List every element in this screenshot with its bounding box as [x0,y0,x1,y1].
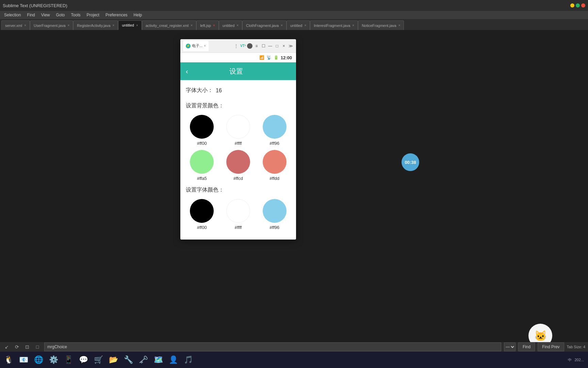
color-circle-white[interactable] [226,115,250,139]
taskbar-icon-9[interactable]: 🗝️ [136,353,150,367]
color-circle-lightblue[interactable] [263,115,287,139]
find-button[interactable]: Find [518,342,535,351]
menu-preferences[interactable]: Preferences [103,12,130,18]
tab-label: left.jsp [200,24,211,28]
search-input[interactable] [44,342,501,351]
menu-find[interactable]: Find [24,12,37,18]
taskbar-icon-1[interactable]: 📧 [16,353,31,367]
taskbar-icon-4[interactable]: 📱 [61,353,76,367]
font-color-item-black[interactable]: #ff00 [186,199,218,230]
tab-close-icon[interactable]: × [191,24,193,27]
tab-untitled-active[interactable]: untitled × [118,20,142,30]
font-size-value: 16 [216,88,222,94]
color-item-black[interactable]: #ff00 [186,115,218,146]
menu-help[interactable]: Help [131,12,145,18]
tab-registeractivity[interactable]: RegisterActivity.java × [73,20,118,30]
taskbar-icon-6[interactable]: 🛒 [91,353,105,367]
taskbar-icon-3[interactable]: ⚙️ [46,353,61,367]
tab-label: RegisterActivity.java [77,24,110,28]
columns-icon: ⊡ [23,343,31,351]
color-item-white[interactable]: #ffff [222,115,255,146]
menu-selection[interactable]: Selection [1,12,23,18]
maximize-btn[interactable] [576,3,580,7]
tab-close-icon[interactable]: × [398,24,401,27]
browser-tab-label: 电子... [192,43,202,48]
tab-clothfragment[interactable]: ClothFragment.java × [242,20,287,30]
taskbar-icon-0[interactable]: 🐧 [1,353,16,367]
menu-project[interactable]: Project [84,12,102,18]
cursor-icon: ↙ [3,343,11,351]
menu-view[interactable]: View [38,12,53,18]
color-item-lightblue[interactable]: #ff96 [258,115,291,146]
back-button[interactable]: ‹ [186,67,188,75]
tab-close-icon[interactable]: × [281,24,283,27]
color-item-salmon[interactable]: #ffdd [258,150,291,181]
window-controls[interactable] [570,3,585,7]
taskbar-icon-8[interactable]: 🔧 [121,353,135,367]
app-body: 字体大小： 16 设置背景颜色： #ff00 #ffff #ff96 [180,80,296,240]
find-prev-button[interactable]: Find Prev [538,342,564,351]
taskbar-right: 中 202... [568,357,587,363]
tab-close-icon[interactable]: × [24,24,26,27]
color-label-black: #ff00 [197,141,207,146]
taskbar: 🐧 📧 🌐 ⚙️ 📱 💬 🛒 📂 🔧 🗝️ 🗺️ 👤 🎵 中 202... [0,352,588,368]
tab-close-icon[interactable]: × [136,24,138,27]
vt-icon[interactable]: VT² [240,43,246,49]
tab-label: untitled [290,24,302,28]
color-item-red[interactable]: #ffcd [222,150,255,181]
color-circle-black[interactable] [190,115,214,139]
tab-userfragment[interactable]: UserFragment.java × [30,20,73,30]
list-icon[interactable]: ≡ [254,43,259,49]
tab-activity-creat[interactable]: activity_creat_register.xml × [142,20,196,30]
color-circle-salmon[interactable] [263,150,287,174]
phone-app: ‹ 设置 字体大小： 16 设置背景颜色： #ff00 #ffff [180,62,296,240]
browser-tab-close-icon[interactable]: × [204,44,206,48]
color-circle-green[interactable] [190,150,214,174]
menu-tools[interactable]: Tools [68,12,83,18]
color-item-green[interactable]: #ffa5 [186,150,218,181]
minimize-btn[interactable] [570,3,574,7]
browser-tab[interactable]: ⚡ 电子... × [183,41,209,51]
tab-label: activity_creat_register.xml [146,24,189,28]
taskbar-icon-11[interactable]: 👤 [166,353,180,367]
font-color-grid: #ff00 #ffff #ff96 [186,199,291,230]
status-time: 12:00 [281,55,292,60]
tab-noticefragment[interactable]: NoticeFragment.java × [358,20,404,30]
taskbar-icon-5[interactable]: 💬 [76,353,91,367]
taskbar-icon-12[interactable]: 🎵 [181,353,195,367]
font-color-circle-white[interactable] [226,199,250,223]
tab-close-icon[interactable]: × [352,24,354,27]
close-btn[interactable] [581,3,585,7]
tab-server-xml[interactable]: server.xml × [1,20,30,30]
phone-emulator: ⚡ 电子... × ⋮ VT² ≡ ☐ — □ × ≫ 📶 📡 🔋 12:00 … [180,39,296,240]
taskbar-icon-10[interactable]: 🗺️ [151,353,165,367]
tab-close-icon[interactable]: × [113,24,115,27]
tab-close-icon[interactable]: × [213,24,215,27]
tab-close-icon[interactable]: × [236,24,239,27]
search-options[interactable]: — [504,342,516,351]
avatar-icon[interactable] [247,43,252,49]
tab-close-icon[interactable]: × [304,24,306,27]
tab-untitled-3[interactable]: untitled × [287,20,310,30]
menu-goto[interactable]: Goto [53,12,68,18]
minimize-browser-icon[interactable]: — [267,43,273,49]
maximize-browser-icon[interactable]: □ [274,43,280,49]
checkbox-icon[interactable]: ☐ [261,43,266,49]
font-color-circle-lightblue[interactable] [263,199,287,223]
more-icon[interactable]: ⋮ [233,43,239,49]
font-color-circle-black[interactable] [190,199,214,223]
tab-label: server.xml [5,24,22,28]
font-color-item-white[interactable]: #ffff [222,199,255,230]
font-color-item-lightblue[interactable]: #ff96 [258,199,291,230]
next-icon[interactable]: ≫ [288,43,293,49]
taskbar-icon-7[interactable]: 📂 [106,353,120,367]
taskbar-lang: 中 [568,357,572,363]
tab-close-icon[interactable]: × [68,24,70,27]
taskbar-icon-2[interactable]: 🌐 [31,353,46,367]
tab-left-jsp[interactable]: left.jsp × [196,20,219,30]
tab-interestfragment[interactable]: InterestFragment.java × [310,20,358,30]
phone-status-bar: 📶 📡 🔋 12:00 [180,53,296,62]
close-browser-icon[interactable]: × [281,43,287,49]
tab-untitled-2[interactable]: untitled × [219,20,242,30]
color-circle-red[interactable] [226,150,250,174]
